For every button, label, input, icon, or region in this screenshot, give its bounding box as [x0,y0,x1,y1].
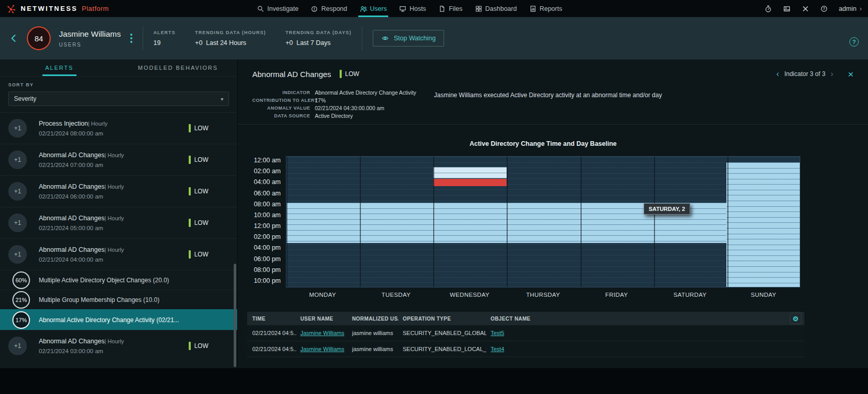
nav-item-files[interactable]: Files [438,0,462,17]
bottom-strip [0,368,868,394]
stat-trending-data-days: TRENDING DATA (DAYS) +0 Last 7 Days [285,30,352,47]
alert-list-item[interactable]: +1 Abnormal AD Changes| Hourly 02/21/202… [0,330,237,361]
y-axis-tick: 12:00 pm [254,222,281,230]
app-root: NETWITNESS Platform Investigate Respond … [0,0,868,394]
table-row[interactable]: 02/21/2024 04:5... Jasmine Williams jasm… [247,325,804,341]
table-settings-gear-icon[interactable]: ⚙ [790,313,801,324]
alert-list-item[interactable]: +1 Abnormal AD Changes| Hourly 02/21/202… [0,207,237,238]
pager-next-icon[interactable]: › [831,70,833,78]
alert-list-item[interactable]: +1 Abnormal AD Changes| Hourly 02/21/202… [0,238,237,270]
sort-by-value: Severity [14,95,36,102]
x-axis-label: FRIDAY [580,292,653,298]
pager-label: Indicator 3 of 3 [784,70,825,78]
eye-icon [381,35,389,41]
admin-menu[interactable]: admin › [839,5,862,12]
column-header-object-name[interactable]: OBJECT NAME [486,316,786,322]
y-axis-tick: 10:00 pm [254,277,281,284]
severity-bar-icon [189,156,191,164]
alert-count-badge: +1 [8,150,27,169]
alert-count-badge: +1 [8,245,27,264]
alert-list-item[interactable]: +1 Abnormal AD Changes| Hourly 02/21/202… [0,144,237,175]
nav-item-users[interactable]: Users [360,0,387,17]
column-header-normalized-us[interactable]: NORMALIZED US... [348,316,399,322]
brand-name: NETWITNESS [21,5,78,12]
table-header-row: TIMEUSER NAMENORMALIZED US...OPERATION T… [247,312,804,325]
contribution-circle: 17% [12,311,30,329]
kebab-menu-icon[interactable] [130,34,132,43]
y-axis-tick: 12:00 am [254,157,281,164]
sort-by-select[interactable]: Severity ▾ [8,92,229,106]
help-icon[interactable]: ? [820,5,828,12]
chart-y-axis: 12:00 am02:00 am04:00 am06:00 am08:00 am… [238,156,281,287]
indicator-list-item[interactable]: 60% Multiple Active Directory Object Cha… [0,270,237,290]
severity-badge: LOW [189,124,208,132]
divider [143,26,143,50]
netwitness-logo-icon [6,4,17,14]
alert-list-item[interactable]: +1 Process Injection| Hourly 02/21/2024 … [0,112,237,144]
nav-item-investigate[interactable]: Investigate [257,0,298,17]
chevron-right-icon: › [860,5,862,12]
severity-badge: LOW [189,250,208,259]
user-name-link[interactable]: Jasmine Williams [300,330,344,336]
object-name-link[interactable]: Test4 [491,346,504,352]
stop-watching-label: Stop Watching [394,35,436,42]
indicator-pager: ‹ Indicator 3 of 3 › × [776,69,854,79]
top-nav-right: ? admin › [765,0,862,17]
wednesday-anomaly-band[interactable] [433,179,507,186]
contribution-circle: 60% [12,271,30,289]
x-axis-label: WEDNESDAY [433,292,506,298]
top-nav: NETWITNESS Platform Investigate Respond … [0,0,868,17]
nav-item-respond[interactable]: Respond [311,0,347,17]
wednesday-baseline-band[interactable] [433,167,507,178]
console-icon[interactable] [783,5,790,12]
help-icon[interactable]: ? [849,37,859,47]
y-axis-tick: 06:00 pm [254,255,281,263]
timer-icon[interactable] [765,5,772,12]
column-header-operation-type[interactable]: OPERATION TYPE [399,316,486,322]
brand[interactable]: NETWITNESS Platform [6,0,109,17]
brand-suffix: Platform [82,5,109,12]
y-axis-tick: 06:00 am [254,190,281,197]
indicator-list-item[interactable]: 21% Multiple Group Membership Changes (1… [0,290,237,309]
nav-item-dashboard[interactable]: Dashboard [475,0,517,17]
events-table: TIMEUSER NAMENORMALIZED US...OPERATION T… [247,312,804,357]
alert-count-badge: +1 [8,337,27,355]
stat-alerts: ALERTS 19 [154,30,176,47]
stop-watching-button[interactable]: Stop Watching [373,30,444,47]
tab-modeled-behaviors[interactable]: MODELED BEHAVIORS [119,59,238,76]
close-icon[interactable]: × [848,69,854,79]
column-header-user-name[interactable]: USER NAME [296,316,348,322]
pager-prev-icon[interactable]: ‹ [776,70,779,78]
nav-item-hosts[interactable]: Hosts [399,0,426,17]
sort-by-section: SORT BY Severity ▾ [0,77,237,112]
x-axis-label: SUNDAY [727,292,800,298]
y-axis-tick: 02:00 am [254,168,281,175]
indicator-list-item-selected[interactable]: 17% Abnormal Active Directory Change Act… [0,309,237,330]
object-name-link[interactable]: Test5 [491,330,504,336]
alert-list: +1 Process Injection| Hourly 02/21/2024 … [0,112,237,361]
column-header-time[interactable]: TIME [247,316,296,322]
svg-text:?: ? [823,7,825,10]
severity-badge: LOW [189,342,208,350]
user-name-link[interactable]: Jasmine Williams [300,346,344,352]
divider [362,26,362,50]
tab-alerts[interactable]: ALERTS [0,59,119,76]
chart-x-axis: MONDAYTUESDAYWEDNESDAYTHURSDAYFRIDAYSATU… [286,292,800,298]
header-stats: ALERTS 19 TRENDING DATA (HOURS) +0 Last … [154,30,352,47]
nav-item-reports[interactable]: Reports [529,0,562,17]
entity-name: Jasmine Williams [59,29,121,39]
severity-bar-icon [340,70,342,78]
sidebar-scrollbar[interactable] [234,264,236,367]
alert-count-badge: +1 [8,182,27,201]
back-button[interactable] [9,34,19,43]
sunday-baseline-block[interactable] [726,162,800,287]
chart-tooltip: SATURDAY, 2 [644,203,690,215]
files-icon [438,5,446,12]
investigate-icon [257,5,264,12]
risk-score-badge[interactable]: 84 [27,26,51,50]
primary-nav: Investigate Respond Users Hosts Files Da… [257,0,562,17]
table-row[interactable]: 02/21/2024 04:5... Jasmine Williams jasm… [247,341,804,357]
hosts-icon [399,5,406,12]
tools-icon[interactable] [802,5,809,12]
alert-list-item[interactable]: +1 Abnormal AD Changes| Hourly 02/21/202… [0,175,237,207]
